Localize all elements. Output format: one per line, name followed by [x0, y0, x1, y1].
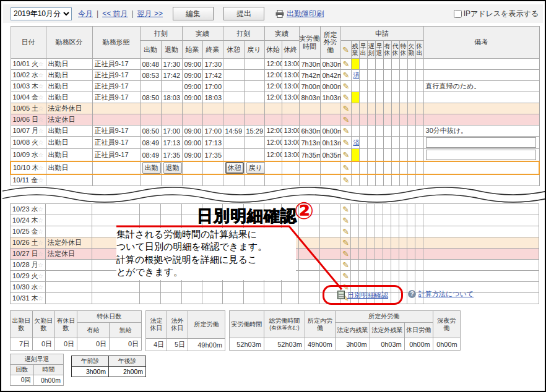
remarks-cell: [423, 260, 539, 271]
daily-detail-link[interactable]: 日別明細確認: [347, 291, 388, 300]
star-icon[interactable]: ☆: [38, 61, 44, 67]
date-cell: ☆10/09 水: [11, 149, 46, 162]
app-cell-特休: [399, 92, 407, 103]
pencil-icon[interactable]: ✎: [342, 205, 349, 214]
edit-cell: ✎: [340, 204, 351, 215]
pencil-icon[interactable]: ✎: [343, 70, 350, 80]
clock-in-cell: 出勤: [140, 161, 161, 174]
calc-method-link[interactable]: 計算方法について: [418, 289, 474, 299]
star-icon[interactable]: ☆: [38, 83, 44, 90]
remarks-cell: [423, 92, 539, 103]
star-icon[interactable]: ☆: [38, 94, 44, 101]
col-edit-pencil: ✎: [340, 41, 351, 59]
col-break-back: 戻り: [244, 41, 264, 59]
star-icon[interactable]: ☆: [38, 116, 44, 123]
pencil-icon[interactable]: ✎: [342, 216, 349, 225]
rest-end-cell: [282, 293, 299, 304]
print-attendance-link[interactable]: 出勤簿印刷: [287, 9, 324, 19]
pencil-icon[interactable]: ✎: [343, 59, 350, 69]
pencil-icon[interactable]: ✎: [342, 238, 349, 247]
h-am-clinic: 午前診: [72, 356, 109, 367]
back-button[interactable]: 戻り: [246, 162, 265, 174]
pencil-icon[interactable]: ✎: [343, 115, 350, 124]
pencil-icon[interactable]: ✎: [343, 82, 350, 91]
month-select[interactable]: 2019年10月分: [11, 7, 72, 20]
star-icon[interactable]: ☆: [38, 250, 43, 257]
star-icon[interactable]: ☆: [38, 151, 44, 158]
break-out-cell: [223, 114, 244, 126]
pencil-icon[interactable]: ✎: [343, 126, 350, 135]
break-out-cell: [223, 70, 244, 81]
prev-month-link[interactable]: << 前月: [102, 9, 128, 19]
star-icon[interactable]: ☆: [38, 262, 43, 268]
pencil-icon[interactable]: ✎: [342, 271, 349, 281]
app-cell-代休: [391, 249, 399, 260]
app-cell-欠勤: [407, 204, 415, 215]
app-cell-早退: [375, 103, 383, 114]
overtime-cell: [320, 204, 340, 215]
pencil-icon[interactable]: ✎: [343, 93, 350, 102]
star-icon[interactable]: ☆: [38, 217, 43, 224]
day-row-10/03: ☆10/03 木出勤日正社員9-1709:0017:0012:0013:007h…: [11, 81, 539, 92]
break-back-cell: [244, 293, 264, 304]
v-special-paid: 0日: [77, 338, 110, 351]
app-cell-早退: [375, 92, 383, 103]
remarks-cell: [423, 59, 539, 70]
rest-end-cell: [282, 114, 299, 126]
star-icon[interactable]: ☆: [38, 177, 44, 184]
app-cell-遅刻: [367, 271, 375, 282]
start-cell: 09:00: [182, 137, 202, 149]
pencil-icon[interactable]: ✎: [343, 138, 350, 147]
break-back-cell: [244, 282, 264, 293]
work-category-cell: 法定休日: [46, 114, 92, 126]
pencil-icon[interactable]: ✎: [342, 260, 349, 270]
star-icon[interactable]: ☆: [38, 206, 43, 213]
pencil-icon[interactable]: ✎: [342, 227, 349, 236]
star-icon[interactable]: ☆: [38, 295, 43, 302]
clock-out-button[interactable]: 退勤: [163, 162, 182, 174]
pencil-icon[interactable]: ✎: [342, 249, 349, 258]
overtime-cell: 1h03m: [320, 92, 340, 103]
overtime-cell: [320, 114, 340, 126]
app-cell-遅刻: [367, 103, 375, 114]
pencil-icon[interactable]: ✎: [343, 150, 350, 160]
clock-in-cell: [140, 204, 161, 215]
remark-input[interactable]: [426, 150, 537, 160]
star-icon[interactable]: ☆: [38, 284, 43, 291]
overtime-approved-link[interactable]: 済: [353, 139, 360, 146]
next-month-link[interactable]: 翌月 >>: [137, 9, 163, 19]
star-icon[interactable]: ☆: [38, 139, 44, 146]
star-icon[interactable]: ☆: [38, 273, 43, 279]
star-icon[interactable]: ☆: [38, 105, 44, 112]
star-icon[interactable]: ☆: [38, 72, 44, 79]
star-icon[interactable]: ☆: [38, 127, 44, 134]
start-cell: 09:00: [182, 70, 202, 81]
pencil-icon[interactable]: ✎: [343, 163, 350, 173]
print-link-wrap[interactable]: 出勤簿印刷: [275, 9, 324, 19]
submit-button[interactable]: 提出: [223, 7, 264, 20]
this-month-link[interactable]: 今月: [78, 9, 93, 19]
edit-button[interactable]: 編集: [173, 7, 214, 20]
start-cell: [182, 114, 202, 126]
star-icon[interactable]: ☆: [38, 228, 43, 235]
clock-in-button[interactable]: 出勤: [142, 162, 161, 174]
app-cell-休出: [415, 103, 423, 114]
work-style-cell: 正社員9-17: [92, 126, 140, 137]
work-style-cell: 正社員9-17: [92, 137, 140, 149]
app-cell-休出: [415, 161, 423, 174]
edit-cell: ✎: [340, 70, 351, 81]
end-cell: 17:30: [202, 59, 223, 70]
app-cell-遅刻: [367, 215, 375, 226]
ip-address-label: IPアドレスを表示する: [464, 9, 539, 19]
break-button[interactable]: 休憩: [225, 162, 244, 174]
overtime-approved-link[interactable]: 済: [353, 72, 360, 79]
pencil-icon[interactable]: ✎: [343, 104, 350, 113]
app-cell-休出: [415, 237, 423, 249]
star-icon[interactable]: ☆: [38, 239, 43, 246]
remark-input[interactable]: [426, 137, 537, 148]
ip-address-checkbox[interactable]: [454, 10, 462, 18]
app-cell-早出: [359, 161, 367, 174]
overtime-cell: [320, 226, 340, 237]
app-cell-早出: [359, 103, 367, 114]
actual-hours-cell: [299, 249, 320, 260]
